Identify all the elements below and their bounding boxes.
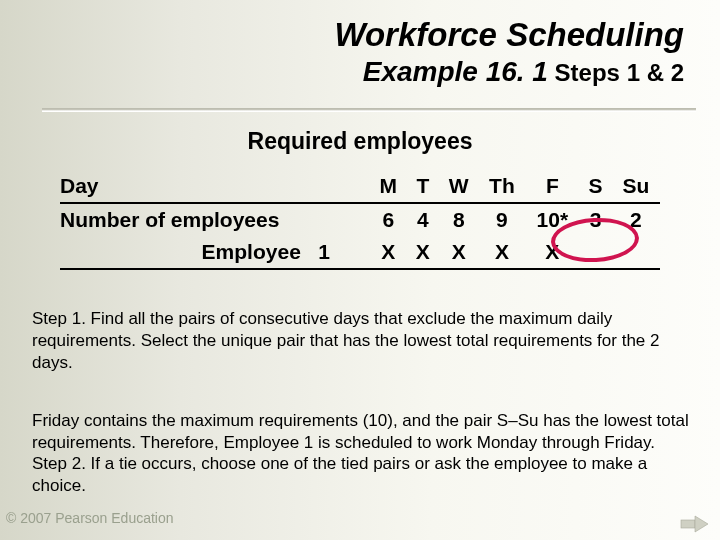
col-day-label: Day [60, 170, 370, 203]
value-cell: 2 [612, 203, 660, 236]
value-cell: 6 [370, 203, 407, 236]
step1-content: Step 1. Find all the pairs of consecutiv… [32, 309, 659, 372]
next-arrow-icon[interactable] [680, 514, 710, 534]
step2-text: Friday contains the maximum requirements… [32, 388, 692, 497]
table-heading: Required employees [0, 128, 720, 155]
mark-cell: X [525, 236, 579, 269]
day-col: S [579, 170, 611, 203]
day-col: Su [612, 170, 660, 203]
schedule-table: Day M T W Th F S Su Number of employees … [60, 170, 660, 270]
mark-cell: X [479, 236, 526, 269]
svg-rect-0 [681, 520, 695, 528]
value-cell: 8 [439, 203, 479, 236]
value-cell: 3 [579, 203, 611, 236]
table-header-row: Day M T W Th F S Su [60, 170, 660, 203]
slide-title-block: Workforce Scheduling Example 16. 1 Steps… [334, 16, 684, 88]
title-line-1: Workforce Scheduling [334, 16, 684, 54]
day-col: M [370, 170, 407, 203]
table-values-row: Number of employees 6 4 8 9 10* 3 2 [60, 203, 660, 236]
svg-marker-1 [695, 516, 708, 532]
title-line-2: Example 16. 1 Steps 1 & 2 [334, 56, 684, 88]
mark-cell [612, 236, 660, 269]
day-col: F [525, 170, 579, 203]
step2-content: Friday contains the maximum requirements… [32, 411, 689, 495]
employee-label: Employee 1 [60, 236, 370, 269]
num-employees-label: Number of employees [60, 203, 370, 236]
mark-cell [579, 236, 611, 269]
title-steps: Steps 1 & 2 [548, 59, 684, 86]
mark-cell: X [439, 236, 479, 269]
value-cell: 10* [525, 203, 579, 236]
title-underline [42, 108, 696, 112]
value-cell: 4 [407, 203, 439, 236]
mark-cell: X [370, 236, 407, 269]
day-col: T [407, 170, 439, 203]
copyright-text: © 2007 Pearson Education [6, 510, 174, 526]
step1-text: Step 1. Find all the pairs of consecutiv… [32, 308, 692, 373]
value-cell: 9 [479, 203, 526, 236]
mark-cell: X [407, 236, 439, 269]
day-col: Th [479, 170, 526, 203]
title-emphasis: Example 16. 1 [363, 56, 548, 87]
day-col: W [439, 170, 479, 203]
table-marks-row: Employee 1 X X X X X [60, 236, 660, 269]
